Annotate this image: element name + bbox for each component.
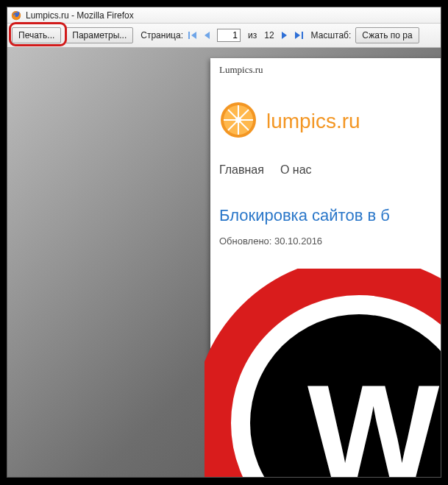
next-page-icon[interactable] (279, 30, 289, 40)
print-preview-window: Lumpics.ru - Mozilla Firefox Печать... П… (7, 7, 441, 478)
window-title: Lumpics.ru - Mozilla Firefox (26, 10, 134, 21)
menu-about[interactable]: О нас (280, 163, 312, 177)
site-logo: lumpics.ru (219, 101, 441, 141)
preview-area: Lumpics.ru (7, 48, 441, 477)
graphic-text: W (307, 355, 440, 477)
article-graphic: W (205, 269, 441, 477)
page-total: 12 (264, 30, 274, 40)
page-label: Страница: (141, 30, 183, 40)
page-number-input[interactable] (217, 29, 241, 42)
site-menu: Главная О нас (219, 163, 441, 177)
site-name: lumpics.ru (266, 110, 360, 133)
menu-home[interactable]: Главная (219, 163, 264, 177)
article-date: Обновлено: 30.10.2016 (219, 236, 441, 247)
orange-slice-icon (219, 101, 257, 141)
scale-label: Масштаб: (311, 30, 352, 40)
toolbar: Печать... Параметры... Страница: из 12 М… (7, 24, 441, 48)
params-button[interactable]: Параметры... (65, 27, 133, 43)
page-of-label: из (248, 30, 257, 40)
page-header-text: Lumpics.ru (210, 58, 441, 79)
svg-rect-1 (188, 32, 190, 39)
svg-point-9 (235, 117, 241, 123)
article-title: Блокировка сайтов в б (219, 206, 441, 225)
first-page-icon[interactable] (188, 30, 198, 40)
shrink-button[interactable]: Сжать по ра (355, 27, 419, 43)
titlebar: Lumpics.ru - Mozilla Firefox (7, 7, 441, 24)
prev-page-icon[interactable] (202, 30, 213, 40)
last-page-icon[interactable] (294, 30, 304, 40)
firefox-icon (10, 10, 22, 21)
print-button[interactable]: Печать... (12, 27, 61, 43)
svg-rect-2 (302, 32, 303, 39)
page-preview: Lumpics.ru (210, 58, 441, 477)
